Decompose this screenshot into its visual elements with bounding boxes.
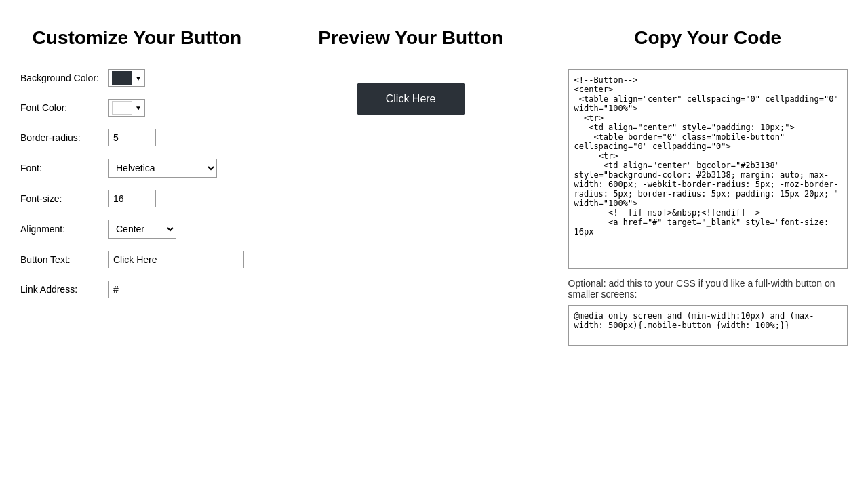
button-text-row: Button Text:	[20, 251, 254, 268]
bg-color-select[interactable]: ▼	[108, 69, 145, 87]
alignment-select[interactable]: Left Center Right	[108, 220, 176, 239]
preview-title: Preview Your Button	[318, 27, 503, 49]
bg-color-swatch	[112, 71, 132, 85]
font-size-label: Font-size:	[20, 193, 108, 204]
customize-panel: Customize Your Button Background Color: …	[0, 14, 274, 474]
main-code-textarea[interactable]: <!--Button--> <center> <table align="cen…	[568, 69, 848, 269]
font-color-swatch	[112, 101, 132, 115]
button-text-label: Button Text:	[20, 254, 108, 265]
preview-panel: Preview Your Button Click Here	[274, 14, 548, 474]
font-row: Font: Helvetica Arial Georgia Times New …	[20, 159, 254, 178]
code-panel: Copy Your Code <!--Button--> <center> <t…	[548, 14, 869, 474]
code-title: Copy Your Code	[568, 27, 848, 49]
customize-title: Customize Your Button	[20, 27, 254, 49]
link-address-row: Link Address:	[20, 281, 254, 298]
optional-text: Optional: add this to your CSS if you'd …	[568, 278, 848, 300]
alignment-row: Alignment: Left Center Right	[20, 220, 254, 239]
link-address-label: Link Address:	[20, 284, 108, 295]
font-label: Font:	[20, 163, 108, 174]
border-radius-input[interactable]	[108, 129, 156, 146]
font-color-arrow[interactable]: ▼	[135, 104, 142, 112]
button-text-input[interactable]	[108, 251, 244, 268]
border-radius-row: Border-radius:	[20, 129, 254, 146]
font-color-select[interactable]: ▼	[108, 99, 145, 117]
font-color-label: Font Color:	[20, 102, 108, 113]
alignment-label: Alignment:	[20, 224, 108, 235]
font-color-row: Font Color: ▼	[20, 99, 254, 117]
preview-area: Click Here	[294, 69, 528, 129]
font-size-row: Font-size:	[20, 190, 254, 207]
preview-button[interactable]: Click Here	[357, 83, 465, 115]
border-radius-label: Border-radius:	[20, 132, 108, 143]
link-address-input[interactable]	[108, 281, 237, 298]
bg-color-row: Background Color: ▼	[20, 69, 254, 87]
font-size-input[interactable]	[108, 190, 156, 207]
bg-color-label: Background Color:	[20, 73, 108, 83]
css-code-textarea[interactable]: @media only screen and (min-width:10px) …	[568, 305, 848, 346]
font-select[interactable]: Helvetica Arial Georgia Times New Roman …	[108, 159, 217, 178]
bg-color-arrow[interactable]: ▼	[135, 75, 142, 82]
